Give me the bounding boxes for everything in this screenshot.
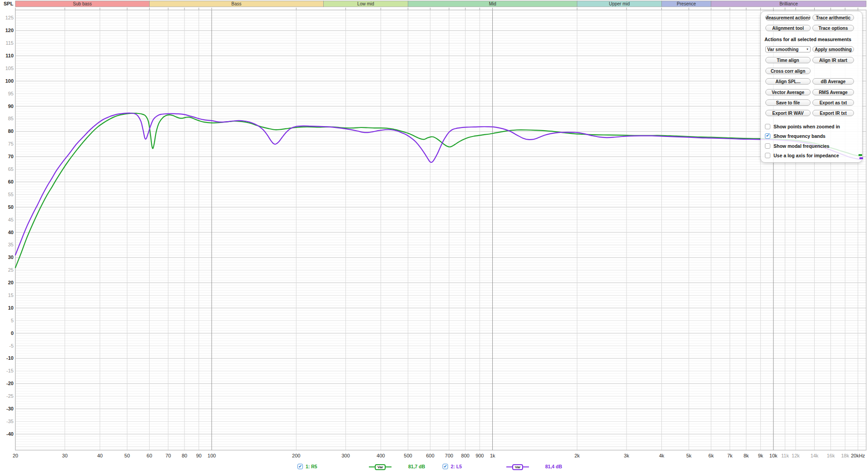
time-align-button[interactable]: Time align: [765, 57, 811, 63]
trace-end-marker-l5: [859, 157, 863, 159]
svg-text:Low mid: Low mid: [357, 1, 374, 6]
svg-text:100: 100: [5, 78, 14, 84]
panel-header: Actions for all selected measurements: [764, 37, 859, 42]
svg-text:30: 30: [62, 453, 67, 458]
show-modal-frequencies-row: ✔ Show modal frequencies: [765, 143, 830, 149]
align-spl-button[interactable]: Align SPL...: [765, 78, 811, 85]
svg-text:90: 90: [8, 104, 14, 109]
trace-2-smoothing-box: Var: [512, 464, 523, 470]
trace-1-line-right: [386, 466, 392, 467]
svg-text:Mid: Mid: [489, 1, 496, 6]
svg-text:900: 900: [476, 453, 484, 458]
svg-text:-5: -5: [9, 343, 14, 349]
svg-text:60: 60: [146, 453, 152, 458]
export-ir-wav-button[interactable]: Export IR WAV: [765, 110, 811, 116]
y-axis-labels: 1251201151101051009590858075706560555045…: [5, 15, 14, 436]
svg-text:115: 115: [5, 40, 14, 46]
svg-text:9k: 9k: [758, 453, 763, 458]
trace-2-l5: [15, 113, 861, 255]
legend-item-l5: ✔ 2: L5: [443, 463, 462, 470]
svg-text:-20: -20: [6, 381, 14, 386]
svg-text:95: 95: [8, 91, 14, 96]
svg-text:20: 20: [13, 453, 18, 458]
export-as-txt-button[interactable]: Export as txt: [812, 99, 854, 106]
trace-end-marker-r5: [859, 154, 862, 156]
trace-2-smoothing-tag[interactable]: Var: [506, 463, 529, 471]
show-modal-frequencies-label: Show modal frequencies: [774, 143, 830, 149]
show-points-checkbox[interactable]: ✔: [765, 124, 770, 129]
svg-text:5: 5: [11, 318, 14, 323]
svg-text:-35: -35: [6, 419, 14, 424]
svg-text:50: 50: [8, 204, 14, 210]
svg-text:12k: 12k: [792, 453, 800, 458]
svg-text:10: 10: [8, 305, 14, 311]
svg-text:65: 65: [8, 166, 14, 172]
svg-text:60: 60: [8, 179, 14, 184]
vector-average-button[interactable]: Vector Average: [765, 89, 811, 95]
trace-2-name: 2: L5: [451, 464, 462, 469]
trace-options-button[interactable]: Trace options: [812, 25, 854, 31]
save-to-file-button[interactable]: Save to file: [765, 99, 811, 106]
log-axis-impedance-row: ✔ Use a log axis for impedance: [765, 152, 839, 158]
apply-smoothing-button[interactable]: Apply smoothing: [812, 46, 854, 52]
x-axis-labels: 2030405060708090100200300400500600700800…: [13, 453, 865, 458]
trace-1-name: 1: R5: [306, 464, 317, 469]
spl-frequency-response-chart: Sub bassBassLow midMidUpper midPresenceB…: [0, 0, 868, 471]
svg-text:20kHz: 20kHz: [851, 453, 865, 458]
svg-text:7k: 7k: [727, 453, 733, 458]
svg-text:Presence: Presence: [677, 1, 696, 6]
show-frequency-bands-checkbox[interactable]: ✔: [765, 133, 770, 139]
svg-text:2k: 2k: [575, 453, 580, 458]
cross-corr-align-button[interactable]: Cross corr align: [765, 68, 811, 74]
svg-text:600: 600: [426, 453, 434, 458]
svg-text:85: 85: [8, 116, 14, 121]
svg-text:50: 50: [124, 453, 130, 458]
alignment-tool-button[interactable]: Alignment tool: [765, 25, 811, 31]
svg-text:120: 120: [5, 28, 14, 33]
measurement-actions-panel: Measurement actions Trace arithmetic Ali…: [760, 11, 863, 163]
svg-text:Sub bass: Sub bass: [73, 1, 92, 6]
svg-text:5k: 5k: [686, 453, 692, 458]
show-points-label: Show points when zoomed in: [774, 124, 840, 129]
align-ir-start-button[interactable]: Align IR start: [812, 57, 854, 63]
log-axis-impedance-checkbox[interactable]: ✔: [765, 153, 770, 158]
svg-text:300: 300: [341, 453, 349, 458]
svg-text:30: 30: [8, 254, 14, 260]
trace-arithmetic-button[interactable]: Trace arithmetic: [812, 14, 854, 21]
smoothing-select[interactable]: Var smoothing ▼: [765, 46, 811, 52]
measurement-actions-button[interactable]: Measurement actions: [765, 14, 811, 21]
show-modal-frequencies-checkbox[interactable]: ✔: [765, 143, 770, 149]
trace-legend: ✔ 1: R5 Var 81,7 dB ✔ 2: L5 Var 81,4 dB: [0, 463, 868, 471]
svg-text:-15: -15: [6, 368, 14, 373]
trace-1-smoothing-tag[interactable]: Var: [369, 463, 392, 471]
svg-text:10k: 10k: [769, 453, 778, 458]
trace-2-visibility-checkbox[interactable]: ✔: [443, 464, 448, 469]
svg-text:Brilliance: Brilliance: [779, 1, 798, 6]
export-ir-txt-button[interactable]: Export IR txt: [812, 110, 854, 116]
svg-text:Upper mid: Upper mid: [609, 1, 630, 6]
log-axis-impedance-label: Use a log axis for impedance: [774, 153, 839, 158]
show-points-row: ✔ Show points when zoomed in: [765, 123, 840, 129]
svg-text:6k: 6k: [708, 453, 714, 458]
svg-text:55: 55: [8, 192, 14, 197]
svg-text:35: 35: [8, 242, 14, 247]
legend-item-r5: ✔ 1: R5: [297, 463, 317, 470]
trace-2-level: 81,4 dB: [545, 464, 562, 469]
svg-text:18k: 18k: [841, 453, 849, 458]
db-average-button[interactable]: dB Average: [812, 78, 854, 85]
svg-text:40: 40: [8, 230, 14, 235]
svg-text:-40: -40: [6, 431, 14, 437]
rms-average-button[interactable]: RMS Average: [812, 89, 854, 95]
trace-1-visibility-checkbox[interactable]: ✔: [297, 464, 303, 469]
svg-text:16k: 16k: [827, 453, 835, 458]
svg-text:Bass: Bass: [231, 1, 241, 6]
chart-title: SPL: [4, 1, 14, 6]
svg-text:0: 0: [11, 330, 14, 336]
svg-text:800: 800: [461, 453, 469, 458]
svg-text:400: 400: [377, 453, 385, 458]
svg-text:70: 70: [8, 154, 14, 159]
svg-text:70: 70: [165, 453, 171, 458]
svg-text:500: 500: [404, 453, 412, 458]
svg-text:3k: 3k: [624, 453, 629, 458]
show-frequency-bands-row: ✔ Show frequency bands: [765, 133, 826, 139]
